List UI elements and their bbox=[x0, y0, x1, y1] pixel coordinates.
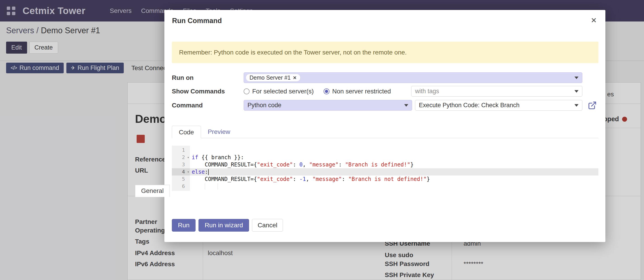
code-token: "message" bbox=[312, 176, 342, 182]
code-token: , bbox=[302, 162, 309, 168]
external-link-icon[interactable] bbox=[588, 101, 597, 110]
command-row: Command Python code Execute Python Code:… bbox=[172, 100, 582, 111]
warning-alert: Remember: Python code is executed on the… bbox=[172, 42, 598, 63]
run-button[interactable]: Run bbox=[172, 219, 196, 232]
gutter-line-number: 1 bbox=[172, 147, 190, 154]
run-on-row: Run on Demo Server #1 ✕ bbox=[172, 72, 582, 83]
editor-code-area[interactable]: if {{ branch }}: COMMAND_RESULT={"exit_c… bbox=[190, 146, 598, 191]
run-on-field[interactable]: Demo Server #1 ✕ bbox=[244, 72, 582, 83]
command-type-value: Python code bbox=[248, 102, 281, 109]
code-token: : bbox=[338, 162, 345, 168]
gutter-line-number: 6 bbox=[172, 183, 190, 190]
close-icon[interactable]: ✕ bbox=[591, 17, 597, 24]
gutter-line-number: 2▾ bbox=[172, 154, 190, 161]
code-token: } bbox=[410, 162, 414, 168]
code-token: else bbox=[192, 169, 205, 175]
code-token: , bbox=[306, 176, 312, 182]
radio-selected-servers-label[interactable]: For selected server(s) bbox=[252, 88, 314, 95]
code-token: "Branch is not defined!" bbox=[348, 176, 427, 182]
modal-form: Run on Demo Server #1 ✕ Show Commands Fo… bbox=[172, 72, 598, 111]
tags-select[interactable]: with tags bbox=[411, 86, 582, 97]
code-token: 0 bbox=[300, 162, 302, 168]
code-token: -1 bbox=[300, 176, 306, 182]
command-select[interactable]: Execute Python Code: Check Branch bbox=[415, 100, 582, 111]
cancel-button[interactable]: Cancel bbox=[252, 219, 283, 232]
code-token: "Branch is defined!" bbox=[345, 162, 410, 168]
code-line[interactable] bbox=[190, 147, 598, 154]
server-chip-label: Demo Server #1 bbox=[250, 74, 290, 81]
code-token: {{ branch }}: bbox=[198, 154, 244, 161]
text-cursor bbox=[208, 169, 209, 175]
code-token: COMMAND_RESULT={ bbox=[192, 162, 257, 168]
run-on-label: Run on bbox=[172, 74, 244, 81]
radio-selected-icon[interactable] bbox=[324, 88, 330, 94]
code-line[interactable]: COMMAND_RESULT={"exit_code": 0, "message… bbox=[190, 161, 598, 168]
code-token: } bbox=[426, 176, 430, 182]
radio-unselected-icon[interactable] bbox=[244, 88, 250, 94]
tab-preview[interactable]: Preview bbox=[201, 125, 237, 138]
code-token: if bbox=[192, 154, 198, 161]
code-line[interactable]: COMMAND_RESULT={"exit_code": -1, "messag… bbox=[190, 176, 598, 183]
radio-non-restricted-label[interactable]: Non server restricted bbox=[332, 88, 391, 95]
gutter-line-number: 4▾ bbox=[172, 168, 190, 176]
code-token: : bbox=[205, 169, 208, 175]
run-command-modal: Run Command ✕ Remember: Python code is e… bbox=[164, 10, 606, 242]
command-type-select[interactable]: Python code bbox=[244, 100, 412, 111]
run-in-wizard-button[interactable]: Run in wizard bbox=[198, 219, 249, 232]
server-chip: Demo Server #1 ✕ bbox=[246, 74, 300, 82]
chevron-down-icon[interactable] bbox=[574, 76, 578, 79]
modal-tabs: Code Preview bbox=[172, 125, 598, 138]
code-token: : bbox=[342, 176, 348, 182]
code-line[interactable] bbox=[190, 183, 598, 190]
code-token: "exit_code" bbox=[257, 162, 293, 168]
code-token: "message" bbox=[309, 162, 338, 168]
code-editor[interactable]: 12▾34▾56 if {{ branch }}: COMMAND_RESULT… bbox=[172, 146, 598, 191]
gutter-line-number: 5 bbox=[172, 176, 190, 183]
command-select-value: Execute Python Code: Check Branch bbox=[419, 102, 520, 109]
show-commands-row: Show Commands For selected server(s) Non… bbox=[172, 86, 582, 97]
tags-select-placeholder: with tags bbox=[415, 88, 439, 95]
code-token: : bbox=[293, 176, 300, 182]
radio-selected-servers[interactable]: For selected server(s) bbox=[244, 88, 324, 95]
command-label: Command bbox=[172, 102, 244, 109]
code-line[interactable]: if {{ branch }}: bbox=[190, 154, 598, 161]
chevron-down-icon[interactable] bbox=[404, 104, 408, 106]
code-token: COMMAND_RESULT={ bbox=[192, 176, 257, 182]
chevron-down-icon[interactable] bbox=[574, 90, 578, 92]
radio-non-restricted[interactable]: Non server restricted bbox=[324, 88, 401, 95]
tab-general[interactable]: General bbox=[135, 185, 170, 197]
fold-icon[interactable]: ▾ bbox=[187, 154, 189, 161]
chevron-down-icon[interactable] bbox=[574, 104, 578, 106]
code-line[interactable]: else: bbox=[190, 168, 598, 176]
fold-icon[interactable]: ▾ bbox=[187, 168, 189, 176]
chip-remove-icon[interactable]: ✕ bbox=[293, 75, 297, 80]
modal-header: Run Command ✕ bbox=[164, 10, 606, 25]
editor-gutter: 12▾34▾56 bbox=[172, 146, 190, 191]
gutter-line-number: 3 bbox=[172, 161, 190, 168]
modal-footer: Run Run in wizard Cancel bbox=[172, 219, 598, 232]
code-token: "exit_code" bbox=[257, 176, 293, 182]
modal-title: Run Command bbox=[172, 17, 222, 25]
show-commands-label: Show Commands bbox=[172, 88, 244, 95]
tab-code[interactable]: Code bbox=[172, 126, 201, 138]
code-token: : bbox=[293, 162, 300, 168]
